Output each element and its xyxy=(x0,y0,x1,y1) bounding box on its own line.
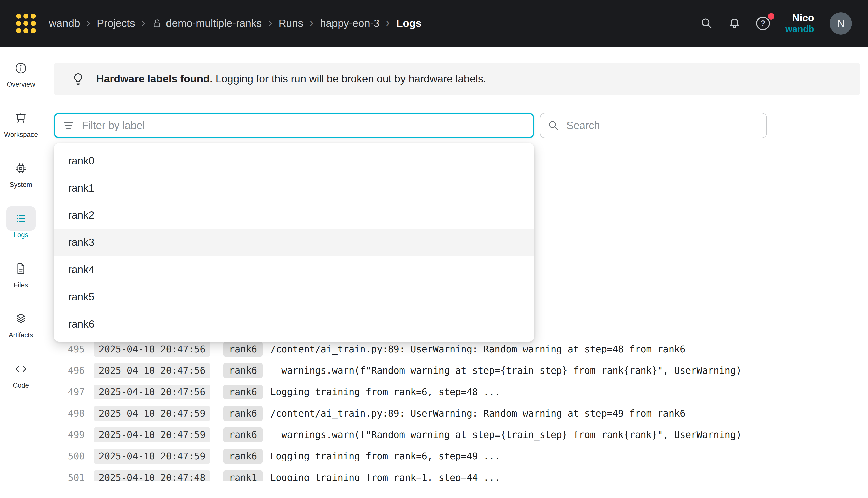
wandb-logo-icon[interactable] xyxy=(16,14,36,33)
log-row: 501 2025-04-10 20:47:48 rank1 Logging tr… xyxy=(54,467,860,481)
search-field[interactable] xyxy=(540,113,767,138)
dropdown-option-rank0[interactable]: rank0 xyxy=(54,147,534,174)
notification-dot xyxy=(768,13,774,19)
log-timestamp: 2025-04-10 20:47:48 xyxy=(94,470,210,481)
breadcrumb-item-run[interactable]: happy-eon-3 xyxy=(320,17,380,29)
search-input[interactable] xyxy=(566,119,759,132)
log-message: /content/ai_train.py:89: UserWarning: Ra… xyxy=(270,408,686,419)
breadcrumb-separator: › xyxy=(141,16,145,29)
dropdown-option-rank3[interactable]: rank3 xyxy=(54,229,534,256)
main-content: Hardware labels found. Logging for this … xyxy=(42,47,868,498)
log-line-number: 497 xyxy=(54,386,85,397)
log-timestamp: 2025-04-10 20:47:59 xyxy=(94,428,210,442)
sidebar-item-code[interactable]: Code xyxy=(6,357,36,389)
log-message: Logging training from rank=6, step=48 ..… xyxy=(270,386,500,397)
sidebar-item-label: Artifacts xyxy=(9,331,33,339)
log-line-number: 499 xyxy=(54,430,85,440)
log-message: /content/ai_train.py:89: UserWarning: Ra… xyxy=(270,344,686,355)
breadcrumb: wandb › Projects › demo-multiple-ranks ›… xyxy=(49,17,421,30)
user-name: Nico xyxy=(785,12,814,24)
sidebar-item-system[interactable]: System xyxy=(6,156,36,189)
help-button[interactable]: ? xyxy=(756,17,770,30)
hardware-labels-banner: Hardware labels found. Logging for this … xyxy=(54,63,860,95)
filter-input[interactable] xyxy=(81,119,526,132)
filter-icon xyxy=(63,120,74,131)
log-line-number: 501 xyxy=(54,472,85,481)
dropdown-option-rank2[interactable]: rank2 xyxy=(54,201,534,229)
log-message: Logging training from rank=1, step=44 ..… xyxy=(270,472,500,481)
sidebar-item-workspace[interactable]: Workspace xyxy=(4,106,38,139)
log-timestamp: 2025-04-10 20:47:56 xyxy=(94,363,210,378)
log-message: warnings.warn(f"Random warning at step={… xyxy=(270,430,742,440)
workspace-icon xyxy=(6,106,36,130)
lock-open-icon xyxy=(152,18,162,28)
bell-icon[interactable] xyxy=(729,17,741,29)
dropdown-option-rank5[interactable]: rank5 xyxy=(54,283,534,311)
sidebar-item-label: Files xyxy=(14,281,28,289)
top-navbar: wandb › Projects › demo-multiple-ranks ›… xyxy=(0,0,868,47)
log-message: Logging training from rank=6, step=49 ..… xyxy=(270,451,500,462)
log-timestamp: 2025-04-10 20:47:59 xyxy=(94,406,210,421)
chip-icon xyxy=(6,156,36,181)
search-input-icon xyxy=(548,120,559,131)
label-filter-dropdown: rank0 rank1 rank2 rank3 rank4 rank5 rank… xyxy=(54,143,534,342)
log-label-chip: rank6 xyxy=(223,342,262,357)
sidebar-item-overview[interactable]: Overview xyxy=(6,56,36,89)
controls-row xyxy=(54,113,767,138)
code-icon xyxy=(6,357,36,381)
search-icon[interactable] xyxy=(700,17,713,30)
user-team: wandb xyxy=(785,24,814,35)
breadcrumb-separator: › xyxy=(310,16,314,29)
help-icon: ? xyxy=(756,17,770,30)
log-line-number: 500 xyxy=(54,451,85,462)
log-rows: 495 2025-04-10 20:47:56 rank6 /content/a… xyxy=(54,339,860,481)
log-list-icon xyxy=(6,206,36,231)
sidebar-item-files[interactable]: Files xyxy=(6,257,36,289)
log-message: warnings.warn(f"Random warning at step={… xyxy=(270,365,742,376)
log-line-number: 496 xyxy=(54,365,85,376)
log-label-chip: rank6 xyxy=(223,449,262,464)
breadcrumb-item-logs[interactable]: Logs xyxy=(396,17,421,29)
sidebar: Overview Workspace System xyxy=(0,47,42,498)
breadcrumb-item-projects[interactable]: Projects xyxy=(97,17,135,29)
log-label-chip: rank6 xyxy=(223,384,262,399)
log-label-chip: rank6 xyxy=(223,428,262,442)
lightbulb-icon xyxy=(71,72,85,86)
log-label-chip: rank6 xyxy=(223,406,262,421)
banner-message: Logging for this run will be broken out … xyxy=(216,73,486,85)
label-filter-field[interactable] xyxy=(54,113,534,138)
breadcrumb-item-runs[interactable]: Runs xyxy=(279,17,303,29)
breadcrumb-item-wandb[interactable]: wandb xyxy=(49,17,80,29)
avatar[interactable]: N xyxy=(830,12,852,35)
log-line-number: 498 xyxy=(54,408,85,419)
layers-icon xyxy=(6,307,36,331)
sidebar-item-logs[interactable]: Logs xyxy=(6,206,36,239)
log-label-chip: rank6 xyxy=(223,363,262,378)
sidebar-item-label: Logs xyxy=(14,231,28,239)
log-label-chip: rank1 xyxy=(223,470,262,481)
sidebar-item-artifacts[interactable]: Artifacts xyxy=(6,307,36,339)
log-row: 498 2025-04-10 20:47:59 rank6 /content/a… xyxy=(54,403,860,424)
log-timestamp: 2025-04-10 20:47:59 xyxy=(94,449,210,464)
dropdown-option-rank4[interactable]: rank4 xyxy=(54,256,534,283)
log-line-number: 495 xyxy=(54,344,85,355)
dropdown-option-rank1[interactable]: rank1 xyxy=(54,174,534,201)
banner-title: Hardware labels found. xyxy=(96,73,213,85)
log-timestamp: 2025-04-10 20:47:56 xyxy=(94,342,210,357)
breadcrumb-separator: › xyxy=(386,16,390,29)
breadcrumb-project-label: demo-multiple-ranks xyxy=(166,17,262,29)
sidebar-item-label: Overview xyxy=(7,81,35,89)
topbar-actions: ? Nico wandb N xyxy=(700,12,852,35)
info-icon xyxy=(6,56,36,80)
dropdown-option-rank6[interactable]: rank6 xyxy=(54,311,534,338)
log-timestamp: 2025-04-10 20:47:56 xyxy=(94,384,210,399)
log-row: 500 2025-04-10 20:47:59 rank6 Logging tr… xyxy=(54,446,860,467)
breadcrumb-item-project[interactable]: demo-multiple-ranks xyxy=(152,17,262,29)
sidebar-item-label: System xyxy=(10,181,32,189)
sidebar-item-label: Workspace xyxy=(4,131,38,139)
sidebar-item-label: Code xyxy=(13,382,29,389)
file-icon xyxy=(6,257,36,281)
user-menu[interactable]: Nico wandb xyxy=(785,12,814,35)
log-row: 496 2025-04-10 20:47:56 rank6 warnings.w… xyxy=(54,360,860,381)
breadcrumb-separator: › xyxy=(268,16,272,29)
